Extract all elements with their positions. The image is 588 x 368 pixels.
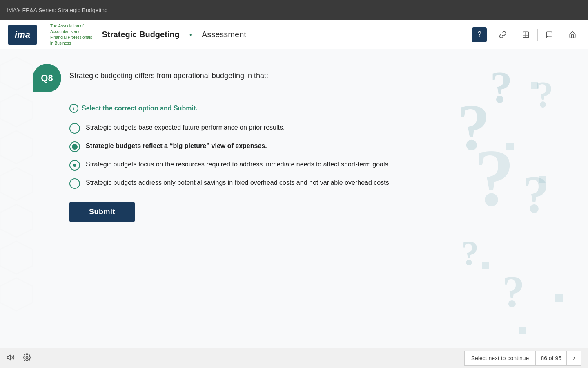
course-title: Strategic Budgeting	[102, 30, 180, 39]
option-4[interactable]: Strategic budgets address only potential…	[69, 178, 425, 189]
svg-rect-13	[539, 176, 546, 183]
bottom-bar-left	[7, 353, 31, 363]
bottom-bar-right: Select next to continue 86 of 95	[464, 351, 581, 366]
header-left: ima The Association of Accountants and F…	[8, 23, 246, 46]
option-3[interactable]: Strategic budgets focus on the resources…	[69, 159, 425, 171]
radio-1[interactable]	[69, 123, 80, 134]
option-2[interactable]: Strategic budgets reflect a “big picture…	[69, 141, 425, 152]
next-arrow-button[interactable]	[567, 351, 581, 366]
header-sep-4	[537, 29, 538, 41]
svg-point-18	[26, 356, 28, 358]
header-right: ?	[465, 27, 580, 42]
settings-icon[interactable]	[23, 353, 31, 363]
question-badge: Q8	[33, 64, 61, 92]
notes-icon[interactable]	[519, 27, 533, 42]
option-1[interactable]: Strategic budgets base expected future p…	[69, 123, 425, 134]
titlebar: IMA's FP&A Series: Strategic Budgeting	[0, 0, 588, 20]
svg-rect-0	[523, 32, 529, 38]
ima-logo: ima	[8, 25, 37, 45]
info-icon: i	[69, 104, 78, 113]
radio-3-fill	[73, 164, 76, 167]
instruction-text: Select the correct option and Submit.	[82, 105, 198, 112]
radio-4[interactable]	[69, 178, 80, 189]
help-icon[interactable]: ?	[472, 27, 487, 42]
header-sep-2	[491, 29, 491, 41]
right-decoration: ? ? ? ? ? ? ?	[449, 49, 580, 348]
radio-2[interactable]	[69, 141, 80, 152]
assessment-label: Assessment	[202, 30, 246, 39]
option-1-text: Strategic budgets base expected future p…	[86, 123, 285, 132]
svg-rect-16	[519, 327, 526, 334]
option-3-text: Strategic budgets focus on the resources…	[86, 159, 390, 169]
audio-icon[interactable]	[7, 353, 15, 363]
svg-rect-14	[482, 262, 489, 269]
radio-3[interactable]	[69, 160, 80, 171]
question-text: Strategic budgeting differs from operati…	[69, 65, 268, 81]
ima-subtitle: The Association of Accountants and Finan…	[45, 23, 92, 46]
svg-rect-12	[506, 143, 514, 150]
content-area: Q8 Strategic budgeting differs from oper…	[0, 49, 449, 348]
header: ima The Association of Accountants and F…	[0, 20, 588, 49]
submit-button[interactable]: Submit	[69, 202, 135, 222]
chat-icon[interactable]	[542, 27, 557, 42]
bottom-bar: Select next to continue 86 of 95	[0, 348, 588, 368]
titlebar-text: IMA's FP&A Series: Strategic Budgeting	[7, 7, 108, 13]
main-content: Q8 Strategic budgeting differs from oper…	[0, 49, 588, 348]
header-sep-1	[468, 29, 468, 41]
option-4-text: Strategic budgets address only potential…	[86, 178, 391, 188]
select-next-label: Select next to continue	[464, 351, 536, 366]
svg-marker-17	[7, 355, 11, 360]
options-list: Strategic budgets base expected future p…	[69, 123, 425, 189]
svg-rect-15	[555, 294, 563, 302]
home-icon[interactable]	[565, 27, 580, 42]
link-icon[interactable]	[495, 27, 510, 42]
header-sep-3	[514, 29, 514, 41]
page-indicator: 86 of 95	[536, 351, 567, 366]
option-2-text: Strategic budgets reflect a “big picture…	[86, 141, 267, 151]
radio-2-fill	[72, 144, 78, 150]
svg-rect-11	[531, 82, 538, 89]
dot-separator: ●	[189, 32, 192, 37]
instruction-row: i Select the correct option and Submit.	[69, 104, 425, 113]
question-header: Q8 Strategic budgeting differs from oper…	[33, 65, 425, 94]
header-sep-5	[561, 29, 561, 41]
